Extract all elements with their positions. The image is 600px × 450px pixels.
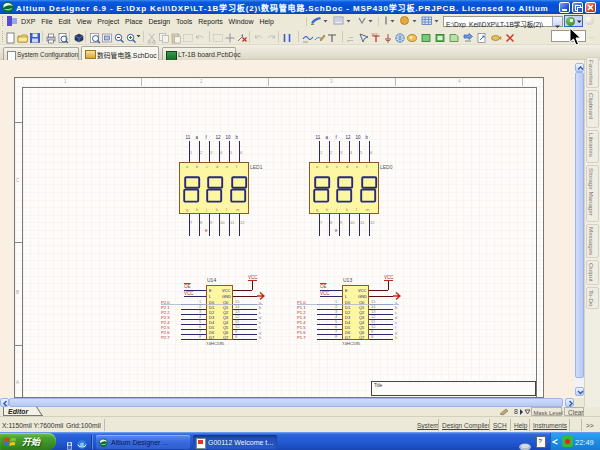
svg-text:VCC: VCC xyxy=(372,33,379,37)
svg-text:,::: ,:: xyxy=(347,35,353,42)
